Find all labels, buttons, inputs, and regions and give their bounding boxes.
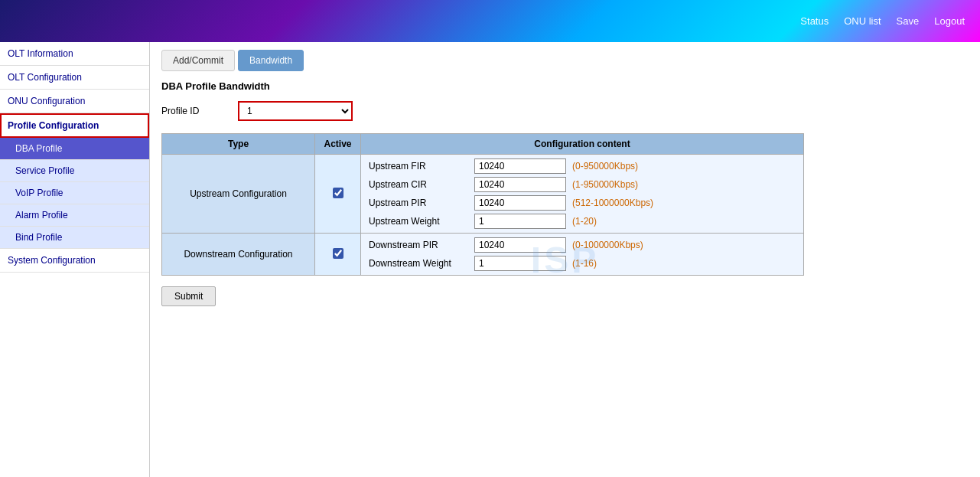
- col-type: Type: [162, 134, 315, 155]
- status-link[interactable]: Status: [800, 15, 829, 27]
- upstream-pir-input[interactable]: [474, 195, 566, 211]
- onu-list-link[interactable]: ONU list: [844, 15, 881, 27]
- upstream-pir-row: Upstream PIR (512-1000000Kbps): [369, 195, 796, 211]
- sidebar-item-bind-profile[interactable]: Bind Profile: [0, 227, 149, 249]
- col-active: Active: [315, 134, 361, 155]
- downstream-pir-label: Downstream PIR: [369, 240, 468, 250]
- downstream-pir-input[interactable]: [474, 237, 566, 253]
- upstream-cir-input[interactable]: [474, 177, 566, 192]
- profile-id-label: Profile ID: [161, 106, 223, 116]
- tabs: Add/Commit Bandwidth: [161, 50, 969, 71]
- save-link[interactable]: Save: [897, 15, 920, 27]
- downstream-pir-hint: (0-1000000Kbps): [572, 240, 643, 250]
- upstream-cir-row: Upstream CIR (1-950000Kbps): [369, 177, 796, 192]
- downstream-weight-hint: (1-16): [572, 258, 597, 269]
- downstream-active-cell: [315, 234, 361, 276]
- sidebar-item-service-profile[interactable]: Service Profile: [0, 160, 149, 182]
- profile-id-select[interactable]: 1 2 3 4 5: [238, 101, 353, 121]
- sidebar-item-system-configuration[interactable]: System Configuration: [0, 249, 149, 273]
- downstream-weight-input[interactable]: [474, 256, 566, 271]
- upstream-active-checkbox[interactable]: [333, 188, 343, 198]
- sidebar-item-alarm-profile[interactable]: Alarm Profile: [0, 204, 149, 227]
- top-bar-links: Status ONU list Save Logout: [800, 15, 965, 27]
- profile-id-row: Profile ID 1 2 3 4 5: [161, 101, 969, 121]
- sidebar-item-onu-configuration[interactable]: ONU Configuration: [0, 90, 149, 113]
- upstream-fir-label: Upstream FIR: [369, 161, 468, 172]
- main-content: ISP Add/Commit Bandwidth DBA Profile Ban…: [150, 42, 980, 477]
- upstream-active-cell: [315, 155, 361, 234]
- downstream-pir-row: Downstream PIR (0-1000000Kbps): [369, 237, 796, 253]
- sidebar: OLT Information OLT Configuration ONU Co…: [0, 42, 150, 477]
- sidebar-item-olt-information[interactable]: OLT Information: [0, 42, 149, 66]
- top-bar: Status ONU list Save Logout: [0, 0, 980, 42]
- upstream-weight-label: Upstream Weight: [369, 216, 468, 227]
- config-table: Type Active Configuration content Upstre…: [161, 133, 804, 276]
- sidebar-item-voip-profile[interactable]: VoIP Profile: [0, 182, 149, 204]
- sidebar-item-dba-profile[interactable]: DBA Profile: [0, 138, 149, 160]
- layout: OLT Information OLT Configuration ONU Co…: [0, 42, 980, 477]
- downstream-active-checkbox[interactable]: [333, 248, 343, 259]
- col-content: Configuration content: [361, 134, 804, 155]
- upstream-type-cell: Upstream Configuration: [162, 155, 315, 234]
- upstream-fir-hint: (0-950000Kbps): [572, 161, 638, 172]
- upstream-pir-label: Upstream PIR: [369, 198, 468, 208]
- upstream-pir-hint: (512-1000000Kbps): [572, 198, 653, 208]
- table-row: Downstream Configuration Downstream PIR …: [162, 234, 804, 276]
- tab-bandwidth[interactable]: Bandwidth: [238, 50, 304, 71]
- upstream-fir-input[interactable]: [474, 158, 566, 174]
- downstream-weight-label: Downstream Weight: [369, 258, 468, 269]
- upstream-weight-row: Upstream Weight (1-20): [369, 214, 796, 229]
- downstream-weight-row: Downstream Weight (1-16): [369, 256, 796, 271]
- upstream-fir-row: Upstream FIR (0-950000Kbps): [369, 158, 796, 174]
- submit-button[interactable]: Submit: [161, 286, 216, 306]
- table-row: Upstream Configuration Upstream FIR (0-9…: [162, 155, 804, 234]
- upstream-cir-hint: (1-950000Kbps): [572, 179, 638, 190]
- upstream-weight-input[interactable]: [474, 214, 566, 229]
- upstream-weight-hint: (1-20): [572, 216, 597, 227]
- section-title: DBA Profile Bandwidth: [161, 80, 969, 92]
- sidebar-item-olt-configuration[interactable]: OLT Configuration: [0, 66, 149, 90]
- upstream-content-cell: Upstream FIR (0-950000Kbps) Upstream CIR…: [361, 155, 804, 234]
- logout-link[interactable]: Logout: [934, 15, 965, 27]
- sidebar-item-profile-configuration[interactable]: Profile Configuration: [0, 113, 149, 138]
- downstream-type-cell: Downstream Configuration: [162, 234, 315, 276]
- tab-add-commit[interactable]: Add/Commit: [161, 50, 235, 71]
- upstream-cir-label: Upstream CIR: [369, 179, 468, 190]
- downstream-content-cell: Downstream PIR (0-1000000Kbps) Downstrea…: [361, 234, 804, 276]
